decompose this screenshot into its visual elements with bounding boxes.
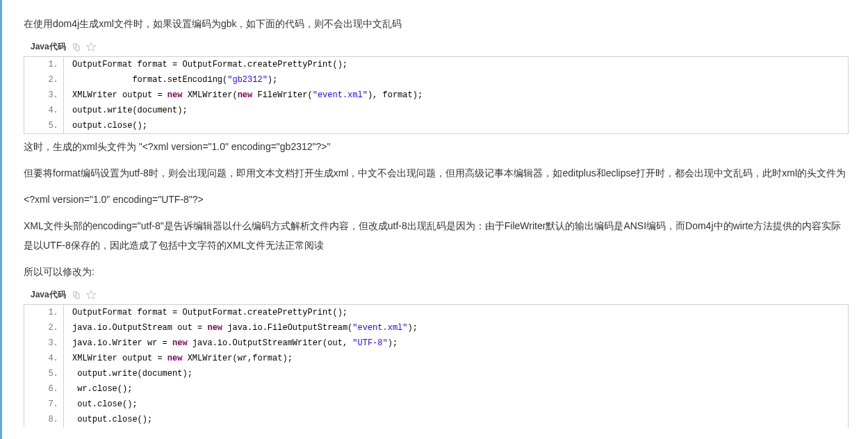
code-lines: OutputFormat format = OutputFormat.creat… [24, 57, 848, 133]
code-line: wr.close(); [63, 381, 848, 397]
code-line: output.write(document); [63, 366, 848, 381]
code-block: OutputFormat format = OutputFormat.creat… [24, 56, 849, 134]
paragraph: <?xml version="1.0" encoding="UTF-8"?> [24, 190, 849, 209]
code-line: output.write(document); [63, 103, 848, 118]
code-line: output.close(); [63, 412, 848, 427]
code-line: OutputFormat format = OutputFormat.creat… [63, 57, 848, 72]
code-caption: Java代码 [31, 40, 849, 53]
code-block: OutputFormat format = OutputFormat.creat… [24, 304, 849, 427]
code-caption: Java代码 [31, 288, 849, 301]
copy-icon[interactable] [70, 290, 81, 301]
paragraph: 这时，生成的xml头文件为 "<?xml version="1.0" encod… [24, 137, 849, 156]
code-language-label: Java代码 [31, 40, 66, 53]
code-line: OutputFormat format = OutputFormat.creat… [63, 305, 848, 320]
star-icon[interactable] [85, 290, 97, 301]
code-line: java.io.Writer wr = new java.io.OutputSt… [63, 336, 848, 351]
copy-icon[interactable] [70, 42, 81, 53]
code-line: out.close(); [63, 397, 848, 412]
code-lines: OutputFormat format = OutputFormat.creat… [24, 305, 848, 427]
paragraph: 所以可以修改为: [24, 262, 849, 281]
code-line: format.setEncoding("gb2312"); [63, 72, 848, 88]
code-line: XMLWriter output = new XMLWriter(wr,form… [63, 351, 848, 366]
code-line: XMLWriter output = new XMLWriter(new Fil… [63, 88, 848, 103]
code-language-label: Java代码 [31, 288, 66, 301]
code-line: java.io.OutputStream out = new java.io.F… [63, 320, 848, 336]
paragraph: 但要将format编码设置为utf-8时，则会出现问题，即用文本文档打开生成xm… [24, 163, 849, 183]
article-content: 在使用dom4j生成xml文件时，如果设置编码为gbk，如下面的代码，则不会出现… [4, 0, 868, 439]
paragraph: 在使用dom4j生成xml文件时，如果设置编码为gbk，如下面的代码，则不会出现… [24, 14, 849, 33]
code-line: output.close(); [63, 118, 848, 133]
paragraph: XML文件头部的encoding="utf-8"是告诉编辑器以什么编码方式解析文… [24, 216, 849, 255]
star-icon[interactable] [85, 42, 97, 53]
